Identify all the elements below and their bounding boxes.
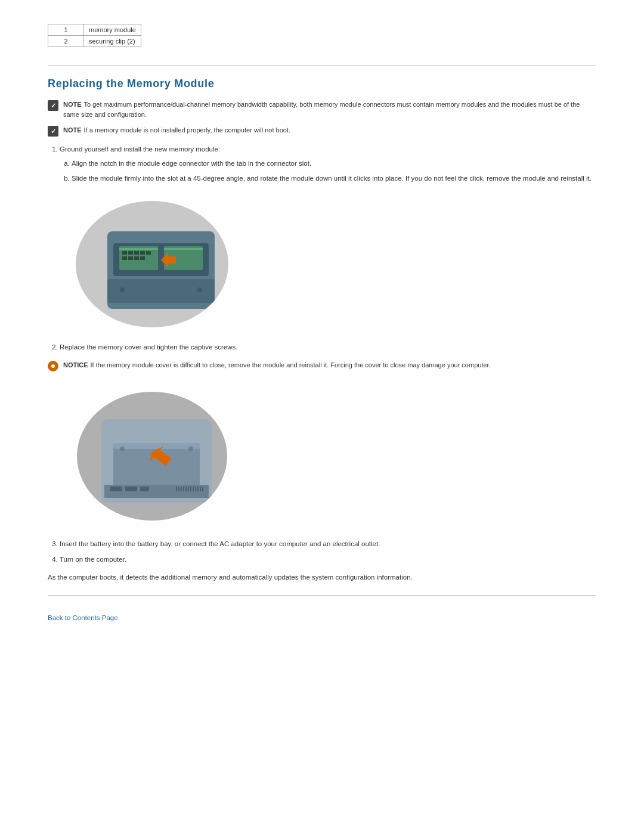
svg-rect-37 <box>185 487 187 491</box>
svg-rect-31 <box>125 487 137 491</box>
svg-rect-34 <box>178 487 179 491</box>
footer-body-text: As the computer boots, it detects the ad… <box>48 572 596 583</box>
svg-rect-43 <box>200 487 201 491</box>
step-2: Replace the memory cover and tighten the… <box>60 342 596 352</box>
table-cell-label: memory module <box>84 24 141 36</box>
note-2: ✓ NOTEIf a memory module is not installe… <box>48 125 596 137</box>
step-1a: Align the notch in the module edge conne… <box>72 158 596 169</box>
svg-rect-44 <box>202 487 203 491</box>
svg-rect-38 <box>188 487 189 491</box>
step-4: Turn on the computer. <box>60 554 596 565</box>
table-cell-num: 1 <box>48 24 84 36</box>
table-cell-num: 2 <box>48 36 84 47</box>
step-3: Insert the battery into the battery bay,… <box>60 538 596 549</box>
svg-rect-11 <box>122 256 127 260</box>
svg-rect-39 <box>190 487 191 491</box>
svg-point-20 <box>197 287 202 292</box>
svg-rect-5 <box>119 248 158 250</box>
svg-rect-10 <box>146 251 151 255</box>
svg-rect-8 <box>134 251 139 255</box>
svg-rect-32 <box>140 487 149 491</box>
svg-point-26 <box>120 447 125 451</box>
svg-rect-16 <box>164 248 203 250</box>
svg-point-27 <box>188 447 193 451</box>
svg-rect-36 <box>183 487 184 491</box>
svg-rect-6 <box>122 251 127 255</box>
memory-cover-image <box>72 383 233 527</box>
step-1: Ground yourself and install the new memo… <box>60 144 596 184</box>
step-1b: Slide the module firmly into the slot at… <box>72 173 596 184</box>
notice-box: ● NOTICEIf the memory module cover is di… <box>48 360 596 371</box>
svg-rect-40 <box>193 487 194 491</box>
svg-rect-9 <box>140 251 145 255</box>
step-2-list: Replace the memory cover and tighten the… <box>60 342 596 352</box>
notice-text: NOTICEIf the memory module cover is diff… <box>63 360 491 370</box>
svg-rect-7 <box>128 251 133 255</box>
svg-rect-42 <box>197 487 199 491</box>
sub-steps-1: Align the notch in the module edge conne… <box>72 158 596 184</box>
footer: Back to Contents Page <box>48 614 596 622</box>
svg-rect-14 <box>140 256 145 260</box>
svg-rect-13 <box>134 256 139 260</box>
svg-rect-35 <box>181 487 182 491</box>
back-to-contents-link[interactable]: Back to Contents Page <box>48 614 118 621</box>
bottom-divider <box>48 595 596 596</box>
svg-rect-25 <box>113 443 200 449</box>
note-2-text: NOTEIf a memory module is not installed … <box>63 125 290 135</box>
svg-rect-30 <box>110 487 122 491</box>
note-1-text: NOTETo get maximum performance/dual-chan… <box>63 100 596 119</box>
table-cell-label: securing clip (2) <box>84 36 141 47</box>
svg-point-19 <box>120 287 125 292</box>
memory-module-image <box>72 196 233 330</box>
note-1: ✓ NOTETo get maximum performance/dual-ch… <box>48 100 596 119</box>
notice-icon: ● <box>48 361 58 371</box>
svg-rect-41 <box>195 487 196 491</box>
top-divider <box>48 65 596 66</box>
section-title: Replacing the Memory Module <box>48 78 596 90</box>
steps-3-4: Insert the battery into the battery bay,… <box>60 538 596 565</box>
memory-module-image-container <box>72 196 596 330</box>
svg-rect-12 <box>128 256 133 260</box>
svg-rect-33 <box>176 487 177 491</box>
main-steps: Ground yourself and install the new memo… <box>60 144 596 184</box>
note-1-icon: ✓ <box>48 100 58 111</box>
note-2-icon: ✓ <box>48 126 58 137</box>
memory-cover-image-container <box>72 383 596 527</box>
parts-table: 1memory module2securing clip (2) <box>48 24 141 47</box>
